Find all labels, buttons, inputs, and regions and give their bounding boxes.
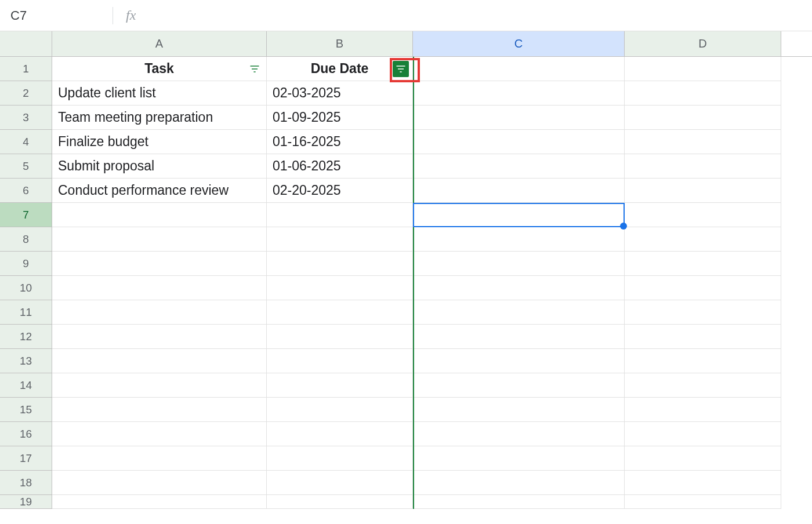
cell-C2[interactable] <box>413 81 625 105</box>
row-header-11[interactable]: 11 <box>0 300 52 325</box>
cell-A14[interactable] <box>52 373 267 398</box>
row-header-1[interactable]: 1 <box>0 57 52 81</box>
filter-active-icon[interactable] <box>393 61 409 77</box>
cell-D16[interactable] <box>625 422 781 446</box>
cell-C1[interactable] <box>413 57 625 81</box>
cell-B14[interactable] <box>267 373 413 398</box>
cell-B13[interactable] <box>267 349 413 373</box>
cell-D13[interactable] <box>625 349 781 373</box>
cell-C14[interactable] <box>413 373 625 398</box>
column-header-D[interactable]: D <box>625 31 781 56</box>
cell-A16[interactable] <box>52 422 267 446</box>
cell-D9[interactable] <box>625 252 781 276</box>
row-header-15[interactable]: 15 <box>0 398 52 422</box>
cell-D18[interactable] <box>625 471 781 495</box>
cell-C3[interactable] <box>413 105 625 130</box>
cell-A3[interactable]: Team meeting preparation <box>52 105 267 130</box>
cell-D5[interactable] <box>625 154 781 179</box>
row-header-6[interactable]: 6 <box>0 179 52 203</box>
cell-B6[interactable]: 02-20-2025 <box>267 179 413 203</box>
cell-A2[interactable]: Update client list <box>52 81 267 105</box>
cell-D10[interactable] <box>625 276 781 300</box>
cell-D2[interactable] <box>625 81 781 105</box>
cell-D17[interactable] <box>625 446 781 471</box>
cell-A5[interactable]: Submit proposal <box>52 154 267 179</box>
cell-C11[interactable] <box>413 300 625 325</box>
cell-A7[interactable] <box>52 203 267 227</box>
cell-C8[interactable] <box>413 227 625 252</box>
cell-B2[interactable]: 02-03-2025 <box>267 81 413 105</box>
cell-B19[interactable] <box>267 495 413 509</box>
cell-C12[interactable] <box>413 325 625 349</box>
row-header-19[interactable]: 19 <box>0 495 52 509</box>
cell-C9[interactable] <box>413 252 625 276</box>
cell-A8[interactable] <box>52 227 267 252</box>
cell-A1[interactable]: Task <box>52 57 267 81</box>
row-header-16[interactable]: 16 <box>0 422 52 446</box>
cell-D8[interactable] <box>625 227 781 252</box>
cell-A9[interactable] <box>52 252 267 276</box>
cell-A15[interactable] <box>52 398 267 422</box>
cell-C4[interactable] <box>413 130 625 154</box>
cell-B17[interactable] <box>267 446 413 471</box>
cell-B4[interactable]: 01-16-2025 <box>267 130 413 154</box>
cell-B9[interactable] <box>267 252 413 276</box>
formula-input[interactable] <box>136 6 810 24</box>
filter-icon[interactable] <box>246 61 263 77</box>
cell-B1[interactable]: Due Date <box>267 57 413 81</box>
cell-C10[interactable] <box>413 276 625 300</box>
row-header-2[interactable]: 2 <box>0 81 52 105</box>
cell-D3[interactable] <box>625 105 781 130</box>
cell-B16[interactable] <box>267 422 413 446</box>
cell-C19[interactable] <box>413 495 625 509</box>
cell-D11[interactable] <box>625 300 781 325</box>
row-header-5[interactable]: 5 <box>0 154 52 179</box>
cell-D6[interactable] <box>625 179 781 203</box>
row-header-8[interactable]: 8 <box>0 227 52 252</box>
cell-C6[interactable] <box>413 179 625 203</box>
cell-A13[interactable] <box>52 349 267 373</box>
cell-A4[interactable]: Finalize budget <box>52 130 267 154</box>
cell-C5[interactable] <box>413 154 625 179</box>
cell-A10[interactable] <box>52 276 267 300</box>
row-header-13[interactable]: 13 <box>0 349 52 373</box>
row-header-9[interactable]: 9 <box>0 252 52 276</box>
cell-D19[interactable] <box>625 495 781 509</box>
row-header-4[interactable]: 4 <box>0 130 52 154</box>
column-header-C[interactable]: C <box>413 31 625 56</box>
cell-B5[interactable]: 01-06-2025 <box>267 154 413 179</box>
row-header-10[interactable]: 10 <box>0 276 52 300</box>
cell-A11[interactable] <box>52 300 267 325</box>
cell-B8[interactable] <box>267 227 413 252</box>
cell-B3[interactable]: 01-09-2025 <box>267 105 413 130</box>
cell-A6[interactable]: Conduct performance review <box>52 179 267 203</box>
cell-D7[interactable] <box>625 203 781 227</box>
cell-B18[interactable] <box>267 471 413 495</box>
cell-C13[interactable] <box>413 349 625 373</box>
row-header-17[interactable]: 17 <box>0 446 52 471</box>
row-header-18[interactable]: 18 <box>0 471 52 495</box>
cell-D15[interactable] <box>625 398 781 422</box>
row-header-3[interactable]: 3 <box>0 105 52 130</box>
row-header-7[interactable]: 7 <box>0 203 52 227</box>
column-header-B[interactable]: B <box>267 31 413 56</box>
select-all-corner[interactable] <box>0 31 52 56</box>
cell-D1[interactable] <box>625 57 781 81</box>
row-header-14[interactable]: 14 <box>0 373 52 398</box>
column-header-A[interactable]: A <box>52 31 267 56</box>
cell-A12[interactable] <box>52 325 267 349</box>
cell-C18[interactable] <box>413 471 625 495</box>
cell-D4[interactable] <box>625 130 781 154</box>
cell-B10[interactable] <box>267 276 413 300</box>
cell-C17[interactable] <box>413 446 625 471</box>
cell-B11[interactable] <box>267 300 413 325</box>
cell-B7[interactable] <box>267 203 413 227</box>
row-header-12[interactable]: 12 <box>0 325 52 349</box>
cell-C7[interactable] <box>413 203 625 227</box>
cell-A18[interactable] <box>52 471 267 495</box>
cell-B12[interactable] <box>267 325 413 349</box>
cell-B15[interactable] <box>267 398 413 422</box>
cell-A19[interactable] <box>52 495 267 509</box>
cell-A17[interactable] <box>52 446 267 471</box>
cell-C15[interactable] <box>413 398 625 422</box>
